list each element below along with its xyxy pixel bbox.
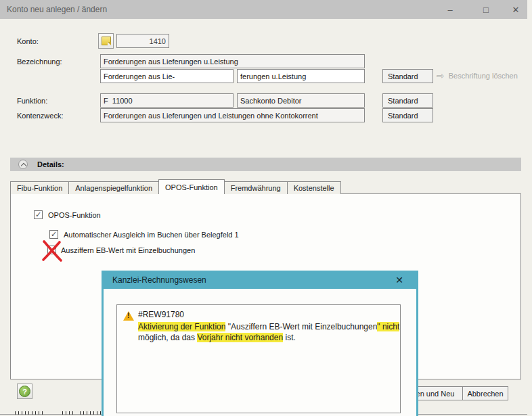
message-text: "Ausziffern EB-Wert mit Einzelbuchungen [225, 322, 377, 331]
warning-message-line1: Aktivierung der Funktion "Ausziffern EB-… [138, 322, 399, 331]
message-text: möglich, da das [138, 333, 197, 342]
kontenzweck-field[interactable]: Forderungen aus Lieferungen und Leistung… [100, 108, 365, 122]
tab-kostenstelle[interactable]: Kostenstelle [287, 181, 341, 194]
cutoff-text-remnant [15, 411, 45, 415]
checkbox-ausziffern-eb-wert-label: Ausziffern EB-Wert mit Einzelbuchungen [61, 246, 195, 254]
maximize-button[interactable]: □ [474, 0, 497, 19]
konto-field[interactable]: 1410 [116, 34, 169, 48]
bezeichnung-label: Bezeichnung: [17, 57, 62, 66]
sticky-note-icon [102, 37, 111, 45]
standard-button-bezeichnung[interactable]: Standard [382, 69, 433, 83]
warning-message-line2: möglich, da das Vorjahr nicht vorhanden … [138, 333, 296, 342]
minimize-button[interactable]: – [439, 0, 462, 19]
warning-dialog-close-button[interactable]: ✕ [389, 271, 409, 289]
checkbox-ausziffern-eb-wert[interactable] [47, 246, 56, 254]
checkbox-opos-funktion[interactable]: ✓ [34, 210, 43, 219]
checkbox-automatischer-ausgleich-label: Automatischer Ausgleich im Buchen über B… [64, 231, 239, 239]
highlighted-text: Vorjahr nicht vorhanden [197, 333, 283, 342]
help-button[interactable]: ? [17, 384, 32, 399]
window-title: Konto neu anlegen / ändern [7, 5, 107, 14]
right-arrow-icon: ⇨ [437, 70, 445, 81]
funktion-name-field[interactable]: Sachkonto Debitor [237, 93, 365, 108]
tab-opos-funktion[interactable]: OPOS-Funktion [158, 179, 225, 194]
warning-triangle-icon [123, 311, 134, 321]
warning-message-box: #REW91780 Aktivierung der Funktion "Ausz… [116, 304, 401, 413]
bezeichnung-part2-field[interactable]: ferungen u.Leistung [237, 69, 365, 83]
checkbox-automatischer-ausgleich[interactable]: ✓ [49, 230, 58, 239]
details-tabstrip: Fibu-Funktion Anlagenspiegelfunktion OPO… [10, 179, 340, 194]
bezeichnung-field[interactable]: Forderungen aus Lieferungen u.Leistung [100, 54, 365, 68]
close-button[interactable]: ✕ [504, 0, 527, 19]
konto-note-icon-button[interactable] [98, 33, 114, 49]
cutoff-text-remnant [62, 411, 74, 415]
tab-fibu-funktion[interactable]: Fibu-Funktion [10, 181, 69, 194]
checkbox-opos-funktion-label: OPOS-Funktion [48, 211, 101, 219]
details-header-bar[interactable]: Details: [10, 158, 521, 171]
highlighted-text: Aktivierung der Funktion [138, 322, 225, 331]
warning-code: #REW91780 [138, 310, 184, 319]
beschriftung-loeschen-link[interactable]: ⇨ Beschriftung löschen [437, 69, 518, 83]
bezeichnung-part1-field[interactable]: Forderungen aus Lie- [100, 69, 234, 83]
tab-anlagenspiegelfunktion[interactable]: Anlagenspiegelfunktion [68, 181, 159, 194]
help-question-icon: ? [19, 386, 30, 397]
standard-button-kontenzweck[interactable]: Standard [382, 108, 433, 122]
beschriftung-loeschen-label: Beschriftung löschen [449, 72, 518, 80]
details-header-label: Details: [37, 160, 64, 168]
app-window: Konto neu anlegen / ändern – □ ✕ Konto: … [0, 0, 532, 416]
funktion-code-field[interactable]: F 11000 [100, 93, 234, 108]
warning-dialog-title: Kanzlei-Rechnungswesen [112, 275, 206, 285]
konto-label: Konto: [17, 37, 39, 45]
funktion-label: Funktion: [17, 97, 47, 105]
cutoff-text-remnant [80, 411, 102, 415]
warning-dialog: Kanzlei-Rechnungswesen ✕ #REW91780 Aktiv… [102, 271, 418, 416]
standard-button-funktion[interactable]: Standard [382, 93, 433, 108]
chevron-up-icon[interactable] [18, 160, 28, 169]
highlighted-text: " nicht [377, 322, 399, 331]
message-text: ist. [283, 333, 296, 342]
tab-fremdwaehrung[interactable]: Fremdwährung [224, 181, 288, 194]
kontenzweck-label: Kontenzweck: [17, 112, 63, 120]
warning-dialog-titlebar: Kanzlei-Rechnungswesen [102, 271, 418, 289]
cancel-button[interactable]: Abbrechen [462, 386, 508, 400]
